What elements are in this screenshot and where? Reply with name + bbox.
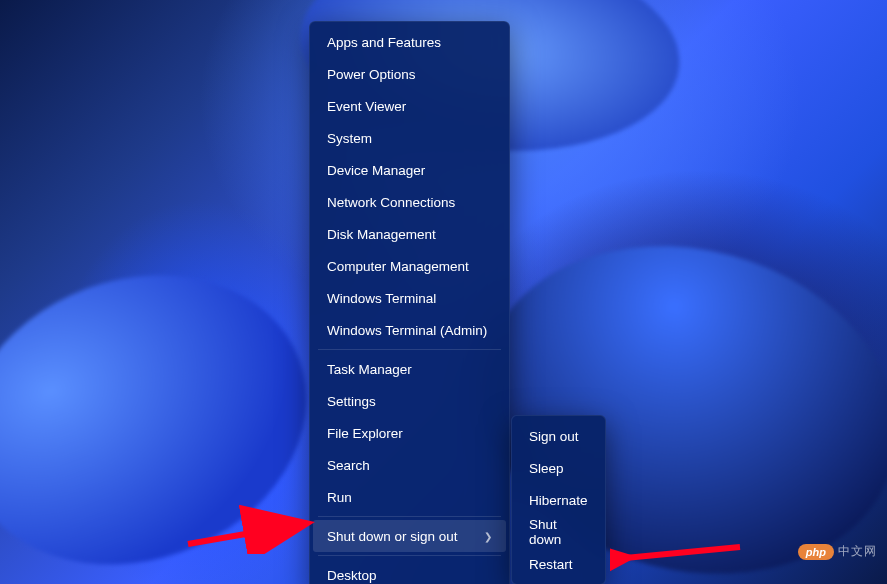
menu-item-file-explorer[interactable]: File Explorer — [313, 417, 506, 449]
menu-item-label: Event Viewer — [327, 99, 406, 114]
menu-item-search[interactable]: Search — [313, 449, 506, 481]
menu-item-label: Windows Terminal (Admin) — [327, 323, 487, 338]
menu-separator — [318, 516, 501, 517]
menu-item-disk-management[interactable]: Disk Management — [313, 218, 506, 250]
submenu-item-shut-down[interactable]: Shut down — [515, 516, 602, 548]
menu-item-label: Restart — [529, 557, 573, 572]
menu-item-system[interactable]: System — [313, 122, 506, 154]
menu-item-label: Shut down — [529, 517, 588, 547]
menu-item-windows-terminal-admin[interactable]: Windows Terminal (Admin) — [313, 314, 506, 346]
menu-item-label: Shut down or sign out — [327, 529, 458, 544]
menu-item-desktop[interactable]: Desktop — [313, 559, 506, 584]
menu-item-label: Apps and Features — [327, 35, 441, 50]
watermark: php 中文网 — [798, 543, 877, 560]
submenu-item-restart[interactable]: Restart — [515, 548, 602, 580]
menu-separator — [318, 349, 501, 350]
menu-item-label: Disk Management — [327, 227, 436, 242]
menu-item-label: Task Manager — [327, 362, 412, 377]
menu-item-label: Network Connections — [327, 195, 455, 210]
menu-item-apps-and-features[interactable]: Apps and Features — [313, 26, 506, 58]
menu-item-label: File Explorer — [327, 426, 403, 441]
menu-item-label: Computer Management — [327, 259, 469, 274]
menu-item-run[interactable]: Run — [313, 481, 506, 513]
menu-item-event-viewer[interactable]: Event Viewer — [313, 90, 506, 122]
menu-item-label: Sleep — [529, 461, 564, 476]
watermark-badge: php — [798, 544, 834, 560]
menu-item-power-options[interactable]: Power Options — [313, 58, 506, 90]
menu-item-device-manager[interactable]: Device Manager — [313, 154, 506, 186]
menu-item-label: Sign out — [529, 429, 579, 444]
menu-item-computer-management[interactable]: Computer Management — [313, 250, 506, 282]
chevron-right-icon: ❯ — [484, 531, 492, 542]
menu-item-label: Device Manager — [327, 163, 425, 178]
menu-item-shut-down-or-sign-out[interactable]: Shut down or sign out ❯ — [313, 520, 506, 552]
menu-item-settings[interactable]: Settings — [313, 385, 506, 417]
submenu-item-hibernate[interactable]: Hibernate — [515, 484, 602, 516]
menu-item-label: Windows Terminal — [327, 291, 436, 306]
menu-item-label: Desktop — [327, 568, 377, 583]
menu-item-windows-terminal[interactable]: Windows Terminal — [313, 282, 506, 314]
watermark-text: 中文网 — [838, 543, 877, 560]
menu-item-network-connections[interactable]: Network Connections — [313, 186, 506, 218]
menu-item-task-manager[interactable]: Task Manager — [313, 353, 506, 385]
menu-separator — [318, 555, 501, 556]
menu-item-label: Hibernate — [529, 493, 588, 508]
menu-item-label: Settings — [327, 394, 376, 409]
menu-item-label: System — [327, 131, 372, 146]
menu-item-label: Search — [327, 458, 370, 473]
menu-item-label: Run — [327, 490, 352, 505]
winx-context-menu: Apps and Features Power Options Event Vi… — [309, 21, 510, 584]
power-submenu: Sign out Sleep Hibernate Shut down Resta… — [511, 415, 606, 584]
submenu-item-sleep[interactable]: Sleep — [515, 452, 602, 484]
menu-item-label: Power Options — [327, 67, 416, 82]
submenu-item-sign-out[interactable]: Sign out — [515, 420, 602, 452]
